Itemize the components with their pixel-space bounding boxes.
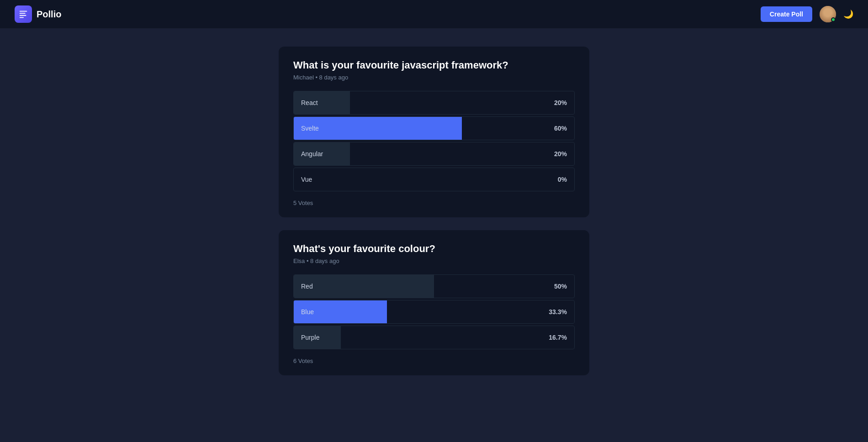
svg-rect-1 — [20, 13, 26, 14]
poll-meta: Elsa • 8 days ago — [293, 258, 575, 264]
poll-votes-count: 5 Votes — [293, 200, 575, 206]
poll-option-label: Svelte — [294, 125, 549, 132]
poll-option-2[interactable]: Svelte60% — [293, 116, 575, 140]
app-name: Pollio — [37, 9, 61, 20]
poll-option-4[interactable]: Vue0% — [293, 168, 575, 191]
theme-toggle-button[interactable]: 🌙 — [843, 9, 853, 19]
poll-option-percentage: 20% — [549, 99, 574, 106]
app-logo — [15, 5, 32, 23]
poll-card-1: What is your favourite javascript framew… — [279, 47, 589, 217]
poll-title: What's your favourite colour? — [293, 243, 575, 255]
poll-options-list: React20%Svelte60%Angular20%Vue0% — [293, 91, 575, 191]
poll-meta: Michael • 8 days ago — [293, 74, 575, 81]
nav-brand: Pollio — [15, 5, 61, 23]
poll-option-label: Blue — [294, 308, 549, 316]
navbar: Pollio Create Poll 🌙 — [0, 0, 868, 28]
poll-option-percentage: 20% — [549, 150, 574, 158]
poll-option-2[interactable]: Blue33.3% — [293, 300, 575, 324]
poll-option-3[interactable]: Purple16.7% — [293, 326, 575, 349]
nav-actions: Create Poll 🌙 — [761, 6, 853, 22]
poll-option-label: Purple — [294, 334, 549, 341]
poll-title: What is your favourite javascript framew… — [293, 59, 575, 71]
poll-option-label: React — [294, 99, 549, 106]
poll-option-percentage: 0% — [549, 176, 574, 183]
online-status-dot — [831, 17, 836, 22]
poll-option-percentage: 50% — [549, 283, 574, 290]
poll-option-3[interactable]: Angular20% — [293, 142, 575, 166]
poll-option-label: Angular — [294, 150, 549, 158]
poll-votes-count: 6 Votes — [293, 358, 575, 364]
poll-options-list: Red50%Blue33.3%Purple16.7% — [293, 274, 575, 349]
create-poll-button[interactable]: Create Poll — [761, 6, 812, 22]
poll-option-label: Red — [294, 283, 549, 290]
svg-rect-2 — [20, 15, 26, 16]
svg-rect-3 — [20, 17, 24, 18]
poll-option-percentage: 60% — [549, 125, 574, 132]
poll-option-percentage: 33.3% — [549, 308, 574, 316]
poll-option-1[interactable]: Red50% — [293, 274, 575, 298]
poll-option-label: Vue — [294, 176, 549, 183]
logo-icon — [18, 9, 28, 19]
main-content: What is your favourite javascript framew… — [270, 28, 598, 403]
svg-rect-0 — [20, 11, 27, 12]
poll-option-1[interactable]: React20% — [293, 91, 575, 115]
avatar-wrap[interactable] — [820, 6, 836, 22]
poll-card-2: What's your favourite colour?Elsa • 8 da… — [279, 230, 589, 375]
poll-option-percentage: 16.7% — [549, 334, 574, 341]
